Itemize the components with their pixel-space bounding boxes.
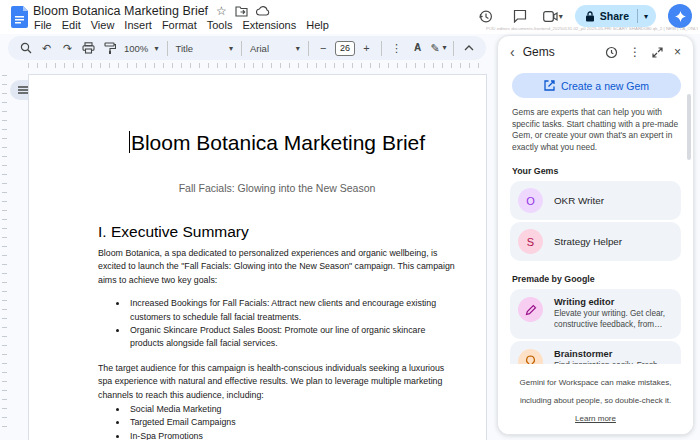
print-icon[interactable] [79, 39, 98, 58]
panel-scrollbar[interactable] [687, 94, 691, 160]
create-new-gem-button[interactable]: Create a new Gem [512, 73, 681, 98]
doc-paragraph[interactable]: Bloom Botanica, a spa dedicated to perso… [98, 247, 456, 287]
gem-item-okr-writer[interactable]: O OKR Writer [510, 181, 681, 220]
lock-icon [585, 11, 595, 22]
chevron-down-icon: ▾ [229, 44, 233, 53]
close-panel-icon[interactable]: × [674, 46, 681, 58]
undo-icon[interactable]: ↶ [37, 39, 56, 58]
menu-view[interactable]: View [86, 18, 120, 32]
menu-file[interactable]: File [29, 18, 57, 32]
share-divider [637, 9, 638, 23]
gem-item-strategy-helper[interactable]: S Strategy Helper [510, 222, 681, 261]
panel-header: ‹ Gems ⋮ × [498, 36, 693, 65]
toolbar-divider [167, 41, 168, 56]
list-item[interactable]: Social Media Marketing [128, 403, 456, 416]
doc-bullet-list-channels: Social Media Marketing Targeted Email Ca… [98, 403, 456, 440]
chevron-down-icon: ▾ [155, 44, 159, 53]
comments-icon[interactable] [509, 5, 531, 27]
doc-bullet-list-goals: Increased Bookings for Fall Facials: Att… [98, 297, 456, 351]
gem-name: Brainstormer [554, 349, 673, 359]
editing-mode-button[interactable]: ✎▾ [429, 39, 448, 58]
chat-history-icon[interactable] [605, 46, 618, 59]
horizontal-ruler[interactable] [28, 63, 487, 68]
gem-name: Strategy Helper [554, 236, 622, 247]
back-icon[interactable]: ‹ [510, 45, 515, 59]
disclaimer-text: Gemini for Workspace can make mistakes, … [520, 378, 672, 405]
paragraph-style-select[interactable]: Title▾ [172, 43, 236, 54]
gem-initial-icon: S [518, 229, 543, 254]
list-item[interactable]: Organic Skincare Product Sales Boost: Pr… [128, 324, 456, 351]
star-icon[interactable]: ☆ [216, 5, 227, 17]
menu-help[interactable]: Help [301, 18, 334, 32]
doc-heading-title[interactable]: Bloom Botanica Marketing Brief [98, 131, 456, 155]
create-gem-label: Create a new Gem [561, 80, 649, 92]
vertical-ruler[interactable] [2, 75, 7, 435]
meet-call-button[interactable]: ▾ [543, 11, 563, 22]
your-gems-list: O OKR Writer S Strategy Helper [510, 181, 681, 261]
doc-section-heading-1[interactable]: I. Executive Summary [98, 223, 456, 241]
hide-menus-icon[interactable] [459, 39, 478, 58]
build-version-watermark: POD editors documents-frontend_20250131.… [486, 26, 698, 31]
menu-tools[interactable]: Tools [202, 18, 238, 32]
gem-initial: O [526, 195, 535, 207]
toolbar: ↶ ↷ 100%▾ Title▾ Arial▾ − 26 + ⋮ A✓ ✎▾ [8, 36, 486, 60]
share-dropdown-icon[interactable]: ▾ [640, 12, 652, 21]
menu-format[interactable]: Format [157, 18, 202, 32]
toolbar-divider [308, 41, 309, 56]
increase-font-size-icon[interactable]: + [357, 39, 376, 58]
text-cursor [129, 131, 130, 153]
gem-item-writing-editor[interactable]: Writing editor Elevate your writing. Get… [510, 289, 681, 339]
top-bar: Bloom Botanica Marketing Brief ☆ File Ed… [0, 0, 700, 34]
doc-subtitle[interactable]: Fall Facials: Glowing into the New Seaso… [98, 182, 456, 194]
google-docs-logo-icon[interactable] [11, 6, 28, 28]
gem-initial-icon: O [518, 188, 543, 213]
toolbar-right-group: A✓ ✎▾ [408, 39, 478, 58]
list-item[interactable]: Increased Bookings for Fall Facials: Att… [128, 297, 456, 324]
gem-name: Writing editor [554, 297, 673, 307]
move-to-folder-icon[interactable] [235, 6, 248, 17]
menu-insert[interactable]: Insert [119, 18, 157, 32]
zoom-select[interactable]: 100%▾ [121, 43, 162, 54]
share-button[interactable]: Share ▾ [575, 5, 656, 27]
decrease-font-size-icon[interactable]: − [314, 39, 333, 58]
learn-more-link[interactable]: Learn more [575, 414, 616, 423]
toolbar-divider [381, 41, 382, 56]
expand-panel-icon[interactable] [652, 47, 663, 58]
gem-name: OKR Writer [554, 195, 604, 206]
pen-icon [518, 297, 543, 322]
version-history-icon[interactable] [475, 5, 497, 27]
search-menus-icon[interactable] [16, 39, 35, 58]
redo-icon[interactable]: ↷ [58, 39, 77, 58]
menu-edit[interactable]: Edit [57, 18, 86, 32]
zoom-value: 100% [124, 43, 148, 54]
menu-bar: File Edit View Insert Format Tools Exten… [29, 18, 334, 32]
more-toolbar-options-icon[interactable]: ⋮ [387, 39, 406, 58]
chevron-down-icon: ▾ [443, 44, 447, 52]
gemini-disclaimer: Gemini for Workspace can make mistakes, … [520, 378, 672, 423]
document-title-row: Bloom Botanica Marketing Brief ☆ [33, 4, 270, 18]
paragraph-style-value: Title [175, 43, 193, 54]
paint-format-icon[interactable] [100, 39, 119, 58]
toolbar-divider [453, 41, 454, 56]
font-family-value: Arial [250, 43, 269, 54]
list-item[interactable]: Targeted Email Campaigns [128, 416, 456, 429]
document-title[interactable]: Bloom Botanica Marketing Brief [33, 4, 208, 18]
gem-initial: S [527, 236, 534, 248]
list-item[interactable]: In-Spa Promotions [128, 430, 456, 440]
font-size-input[interactable]: 26 [335, 41, 355, 56]
gemini-sparkle-button[interactable] [668, 4, 692, 28]
font-family-select[interactable]: Arial▾ [247, 43, 303, 54]
cloud-save-status-icon[interactable] [256, 6, 270, 16]
gems-description: Gems are experts that can help you with … [512, 107, 679, 153]
spelling-grammar-check-icon[interactable]: A✓ [408, 39, 427, 58]
document-page[interactable]: Bloom Botanica Marketing Brief Fall Faci… [28, 74, 487, 440]
edit-new-icon [544, 80, 555, 91]
panel-footer: Gemini for Workspace can make mistakes, … [498, 364, 693, 434]
panel-header-tools: ⋮ × [605, 46, 681, 59]
chevron-down-icon: ▾ [559, 12, 563, 21]
sparkle-icon [674, 10, 687, 23]
doc-title-text: Bloom Botanica Marketing Brief [131, 131, 425, 154]
menu-extensions[interactable]: Extensions [237, 18, 301, 32]
doc-paragraph[interactable]: The target audience for this campaign is… [98, 362, 456, 402]
more-options-icon[interactable]: ⋮ [629, 46, 641, 58]
